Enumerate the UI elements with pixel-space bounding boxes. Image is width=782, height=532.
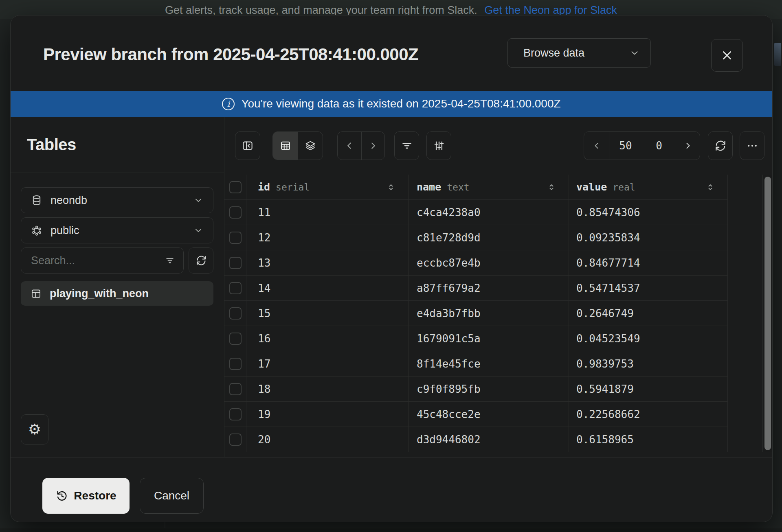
time-travel-banner: i You're viewing data as it existed on 2… [11, 91, 772, 117]
ellipsis-icon [746, 140, 758, 152]
schema-name: public [51, 224, 185, 237]
table-icon [31, 288, 42, 299]
time-travel-banner-text: You're viewing data as it existed on 202… [241, 97, 560, 110]
restore-label: Restore [74, 489, 116, 502]
column-header-value[interactable]: value real [569, 175, 728, 200]
table-name-label: playing_with_neon [50, 287, 149, 300]
row-checkbox[interactable] [229, 206, 242, 219]
restore-button[interactable]: Restore [42, 478, 130, 514]
collapse-sidebar-button[interactable] [235, 131, 260, 160]
chevron-left-icon [592, 141, 602, 151]
schema-select[interactable]: public [21, 217, 213, 243]
filter-icon [401, 140, 413, 152]
sort-icon[interactable] [705, 182, 715, 192]
browse-data-dropdown[interactable]: Browse data [507, 38, 651, 68]
grid-view-icon [280, 140, 291, 151]
database-select[interactable]: neondb [21, 187, 213, 213]
table-row: 16 1679091c5a 0.04523549 [224, 326, 762, 351]
background-avatar [774, 43, 781, 66]
search-field [21, 247, 184, 274]
display-settings-button[interactable] [426, 131, 451, 160]
settings-button[interactable]: ⚙ [21, 414, 48, 444]
sidebar-content: neondb public [11, 173, 224, 306]
column-header-name[interactable]: name text [409, 175, 569, 200]
table-header-row: id serial name text value [224, 175, 762, 200]
filter-button[interactable] [394, 131, 419, 160]
more-options-button[interactable] [740, 131, 764, 160]
next-button[interactable] [361, 132, 384, 160]
background-divider [165, 522, 165, 528]
sliders-icon [433, 140, 445, 152]
table-row: 14 a87ff679a2 0.54714537 [224, 276, 762, 301]
page-size-value[interactable]: 50 [609, 132, 642, 160]
table-row: 20 d3d9446802 0.6158965 [224, 427, 762, 452]
row-checkbox[interactable] [229, 257, 242, 269]
sort-icon[interactable] [386, 182, 396, 192]
refresh-tables-button[interactable] [189, 247, 213, 274]
table-row: 18 c9f0f895fb 0.5941879 [224, 377, 762, 402]
data-table-pane: 50 0 [224, 117, 773, 457]
slack-promo-text: Get alerts, track usage, and manage your… [165, 4, 477, 16]
chevron-right-icon [683, 141, 693, 151]
refresh-icon [714, 140, 727, 152]
background-panel-edge [0, 528, 782, 532]
cancel-label: Cancel [154, 489, 189, 502]
row-checkbox[interactable] [229, 383, 242, 395]
sidebar-item-playing_with_neon[interactable]: playing_with_neon [21, 281, 213, 306]
modal-footer: Restore Cancel [11, 457, 772, 522]
sort-icon[interactable] [547, 182, 556, 192]
column-header-id[interactable]: id serial [246, 175, 409, 200]
table-row: 11 c4ca4238a0 0.85474306 [224, 200, 762, 225]
row-checkbox[interactable] [229, 232, 242, 244]
close-button[interactable] [711, 39, 743, 72]
browse-data-label: Browse data [523, 47, 584, 59]
table-row: 12 c81e728d9d 0.09235834 [224, 225, 762, 250]
chevron-down-icon [193, 225, 203, 235]
table-row: 13 eccbc87e4b 0.84677714 [224, 250, 762, 276]
layers-view-button[interactable] [298, 132, 323, 160]
refresh-data-button[interactable] [708, 131, 733, 160]
cancel-button[interactable]: Cancel [140, 478, 204, 514]
page-offset-value[interactable]: 0 [642, 132, 676, 160]
tables-sidebar: Tables neondb [11, 117, 224, 457]
preview-branch-modal: Preview branch from 2025-04-25T08:41:00.… [10, 15, 773, 522]
chevron-right-icon [368, 140, 378, 151]
chevron-left-icon [344, 140, 355, 151]
search-row [21, 247, 224, 274]
row-checkbox[interactable] [229, 282, 242, 294]
collapse-panel-icon [242, 140, 254, 152]
modal-body: Tables neondb [11, 117, 772, 457]
page-prev-button[interactable] [584, 132, 609, 160]
row-checkbox[interactable] [229, 333, 242, 345]
close-icon [720, 48, 734, 62]
page-next-button[interactable] [676, 132, 700, 160]
row-checkbox[interactable] [229, 408, 242, 420]
row-checkbox[interactable] [229, 307, 242, 320]
sidebar-heading: Tables [27, 136, 76, 154]
gear-icon: ⚙ [28, 422, 41, 437]
page-title: Preview branch from 2025-04-25T08:41:00.… [43, 45, 418, 64]
table-toolbar: 50 0 [224, 117, 773, 175]
scrollbar-thumb[interactable] [764, 177, 771, 450]
grid-view-button[interactable] [273, 132, 298, 160]
schema-icon [31, 225, 42, 236]
info-icon: i [222, 98, 235, 110]
filter-icon [165, 255, 175, 266]
modal-header: Preview branch from 2025-04-25T08:41:00.… [11, 15, 772, 91]
row-checkbox[interactable] [229, 358, 242, 370]
row-checkbox[interactable] [229, 433, 242, 446]
view-mode-toggle [272, 131, 323, 160]
slack-promo-link[interactable]: Get the Neon app for Slack [484, 4, 617, 16]
previous-button[interactable] [338, 132, 361, 160]
select-all-checkbox[interactable] [229, 181, 242, 193]
table-row: 15 e4da3b7fbb 0.2646749 [224, 301, 762, 326]
pagination-group: 50 0 [584, 131, 700, 160]
table-row: 19 45c48cce2e 0.22568662 [224, 402, 762, 427]
chevron-down-icon [193, 195, 203, 205]
table-row: 17 8f14e45fce 0.9839753 [224, 351, 762, 377]
search-input[interactable] [31, 254, 160, 267]
database-icon [31, 195, 42, 206]
data-grid: id serial name text value [224, 175, 762, 452]
sidebar-header: Tables [11, 117, 224, 173]
prev-next-group [337, 131, 385, 160]
